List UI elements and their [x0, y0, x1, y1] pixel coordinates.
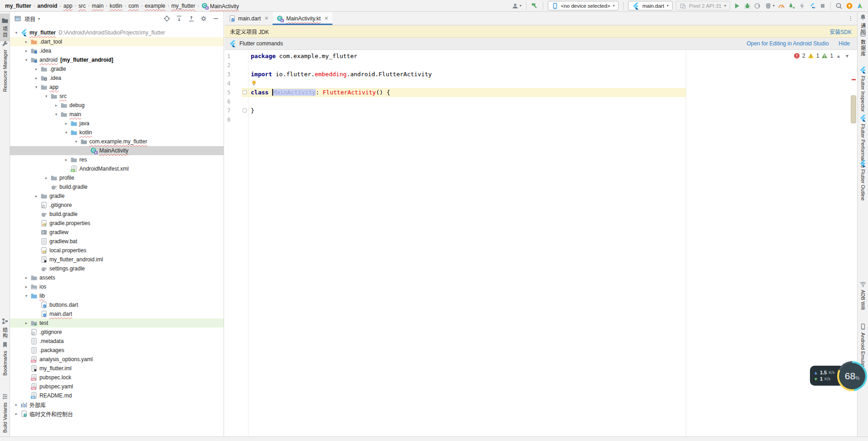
tree-row-assets[interactable]: ▸assets [10, 273, 224, 282]
hide-panel-icon[interactable] [212, 15, 220, 23]
next-problem-icon[interactable]: ▼ [844, 54, 850, 59]
chevron-collapsed-icon[interactable]: ▸ [23, 321, 30, 325]
tree-row-AndroidManifest.xml[interactable]: MFAndroidManifest.xml [10, 164, 224, 173]
chevron-expanded-icon[interactable]: ▾ [73, 139, 80, 144]
collapse-all-icon[interactable] [187, 15, 195, 23]
gear-icon[interactable] [200, 15, 208, 23]
user-button[interactable]: ▾ [512, 2, 522, 10]
tree-row-MainActivity[interactable]: CKMainActivity [10, 146, 224, 155]
tree-row-.gitignore[interactable]: .gitignore [10, 328, 224, 337]
locate-file-icon[interactable] [163, 15, 171, 23]
tree-row-res[interactable]: ▸res [10, 155, 224, 164]
breadcrumb-item-com[interactable]: com [127, 3, 140, 9]
tree-row-buttons.dart[interactable]: buttons.dart [10, 300, 224, 309]
toolwindow-tab-ADB Wifi[interactable]: ADB Wifi [858, 280, 868, 310]
device-selector-dropdown[interactable]: <no device selected> ▾ [548, 1, 619, 10]
tree-row-my_flutter_android.iml[interactable]: my_flutter_android.iml [10, 255, 224, 264]
tree-row-main.dart[interactable]: main.dart [10, 309, 224, 318]
search-everywhere-button[interactable] [835, 2, 843, 10]
tree-row-java[interactable]: ▸java [10, 119, 224, 128]
chevron-collapsed-icon[interactable]: ▸ [13, 412, 20, 416]
tree-row-gradle.properties[interactable]: gradle.properties [10, 219, 224, 228]
chevron-expanded-icon[interactable]: ▾ [43, 94, 50, 98]
tree-row-.idea[interactable]: ▸.idea [10, 74, 224, 83]
build-hammer-button[interactable] [531, 2, 538, 10]
tree-row-gradlew.bat[interactable]: gradlew.bat [10, 237, 224, 246]
close-icon[interactable]: ✕ [264, 15, 268, 21]
close-icon[interactable]: ✕ [324, 15, 328, 21]
tree-row-外部库[interactable]: ▸外部库 [10, 400, 224, 409]
breadcrumb-item-my_flutter[interactable]: my_flutter [4, 3, 33, 9]
code-editor[interactable]: 1package com.example.my_flutter23import … [224, 50, 857, 436]
tree-row-local.properties[interactable]: local.properties [10, 246, 224, 255]
toolwindow-tab-数据库[interactable]: 数据库 [858, 30, 868, 57]
tree-row-pubspec.yaml[interactable]: YMLpubspec.yaml [10, 382, 224, 391]
chevron-collapsed-icon[interactable]: ▸ [63, 157, 70, 162]
tree-row-.gradle[interactable]: ▸.gradle [10, 64, 224, 74]
tree-row-main[interactable]: ▾main [10, 110, 224, 119]
tree-row-my_flutter.iml[interactable]: my_flutter.iml [10, 364, 224, 373]
toolwindow-tab-Resource Manager[interactable]: Resource Manager [0, 40, 10, 92]
tree-row-app[interactable]: ▾app [10, 83, 224, 92]
error-stripe-mark[interactable] [852, 79, 856, 80]
chevron-expanded-icon[interactable]: ▾ [23, 58, 30, 62]
tree-row-settings.gradle[interactable]: settings.gradle [10, 264, 224, 273]
toolwindow-tab-项目[interactable]: 项目 [0, 14, 10, 41]
open-in-android-studio-link[interactable]: Open for Editing in Android Studio [747, 40, 829, 47]
chevron-collapsed-icon[interactable]: ▸ [33, 67, 40, 71]
chevron-collapsed-icon[interactable]: ▸ [23, 275, 30, 280]
tree-row-src[interactable]: ▾src [10, 92, 224, 101]
toolwindow-tab-Flutter Inspector[interactable]: Flutter Inspector [858, 66, 868, 112]
chevron-expanded-icon[interactable]: ▾ [33, 85, 40, 89]
breadcrumb-item-example[interactable]: example [143, 3, 166, 9]
breadcrumb-item-MainActivity[interactable]: CKMainActivity [200, 2, 240, 10]
attach-debugger-button[interactable] [788, 2, 795, 10]
tree-row-test[interactable]: ▸test [10, 318, 224, 328]
hide-link[interactable]: Hide [839, 40, 850, 47]
chevron-expanded-icon[interactable]: ▾ [13, 30, 20, 35]
breadcrumb-item-my_flutter[interactable]: my_flutter [170, 3, 197, 9]
editor-tab-main.dart[interactable]: main.dart✕ [224, 12, 273, 25]
debug-button[interactable] [744, 2, 751, 10]
breadcrumb-item-main[interactable]: main [90, 3, 105, 9]
chevron-expanded-icon[interactable]: ▾ [53, 112, 60, 117]
toolwindow-tab-结构[interactable]: 结构 [0, 318, 10, 339]
project-panel-title[interactable]: 项目 [24, 15, 35, 23]
chevron-collapsed-icon[interactable]: ▸ [13, 402, 20, 407]
tree-row-profile[interactable]: ▸profile [10, 173, 224, 182]
toolwindow-tab-Bookmarks[interactable]: Bookmarks [0, 341, 10, 376]
chevron-collapsed-icon[interactable]: ▸ [23, 49, 30, 53]
breadcrumb-item-app[interactable]: app [62, 3, 74, 9]
tree-row-analysis_options.yaml[interactable]: YMLanalysis_options.yaml [10, 355, 224, 364]
chevron-collapsed-icon[interactable]: ▸ [43, 176, 50, 180]
expand-all-icon[interactable] [175, 15, 183, 23]
chevron-expanded-icon[interactable]: ▾ [23, 294, 30, 298]
prev-problem-icon[interactable]: ▲ [835, 54, 842, 59]
editor-tab-MainActivity.kt[interactable]: CKMainActivity.kt✕ [273, 12, 332, 25]
intention-bulb-icon[interactable] [251, 80, 257, 86]
chevron-collapsed-icon[interactable]: ▸ [23, 39, 30, 44]
tree-row-my_flutter[interactable]: ▾my_flutterD:\Android\AndroidStudioProje… [10, 28, 224, 37]
breadcrumb-item-android[interactable]: android [36, 3, 59, 9]
tree-row-.gitignore[interactable]: .gitignore [10, 201, 224, 210]
breadcrumb-item-src[interactable]: src [77, 3, 87, 9]
chevron-expanded-icon[interactable]: ▾ [63, 130, 70, 135]
chevron-collapsed-icon[interactable]: ▸ [33, 194, 40, 198]
profiler-button[interactable] [778, 2, 785, 10]
tab-options-icon[interactable]: ⋮ [844, 15, 857, 22]
tree-row-README.md[interactable]: MDREADME.md [10, 391, 224, 400]
run-button[interactable] [733, 2, 741, 10]
tree-row-.metadata[interactable]: .metadata [10, 337, 224, 346]
chevron-collapsed-icon[interactable]: ▸ [23, 284, 30, 289]
tree-row-android[interactable]: ▾android[my_flutter_android] [10, 55, 224, 64]
install-sdk-link[interactable]: 安装SDK [829, 28, 852, 35]
tree-row-pubspec.lock[interactable]: YMLpubspec.lock [10, 373, 224, 382]
tree-row-gradlew[interactable]: gradlew [10, 228, 224, 237]
chevron-collapsed-icon[interactable]: ▸ [63, 121, 70, 126]
toolwindow-tab-Build Variants[interactable]: Build Variants [0, 393, 10, 433]
tree-row-ios[interactable]: ▸ios [10, 282, 224, 291]
run-config-dropdown[interactable]: main.dart ▾ [628, 1, 673, 10]
tree-row-.packages[interactable]: .packages [10, 346, 224, 355]
tree-row-gradle[interactable]: ▸gradle [10, 191, 224, 201]
fold-marker-icon[interactable] [243, 108, 247, 113]
